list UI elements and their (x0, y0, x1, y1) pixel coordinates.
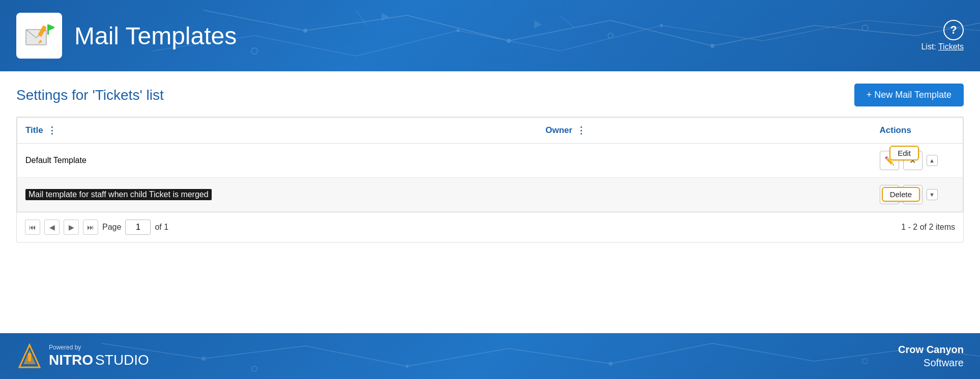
svg-marker-16 (49, 24, 54, 31)
main-content: Settings for 'Tickets' list + New Mail T… (0, 71, 980, 333)
page-of-label: of 1 (155, 223, 168, 232)
edit-tooltip: Edit (889, 146, 919, 160)
svg-rect-15 (47, 24, 49, 35)
next-page-button[interactable]: ▶ (64, 220, 79, 235)
new-template-button[interactable]: + New Mail Template (854, 84, 964, 106)
svg-point-17 (201, 357, 206, 361)
sort-arrows-row2: ▼ (927, 189, 938, 200)
svg-rect-24 (28, 353, 31, 361)
data-table-container: Title ⋮ Owner ⋮ Actions (16, 117, 964, 242)
table-header-row: Title ⋮ Owner ⋮ Actions (17, 118, 963, 144)
svg-point-20 (862, 359, 868, 364)
footer-nitro-label: Powered by NITRO STUDIO (49, 344, 149, 368)
page-toolbar: Settings for 'Tickets' list + New Mail T… (16, 84, 964, 106)
owner-col-menu-icon[interactable]: ⋮ (577, 125, 586, 136)
page-number-input[interactable] (125, 220, 151, 235)
prev-page-button[interactable]: ◀ (44, 220, 60, 235)
page-header: Mail Templates ? List: Tickets (0, 0, 980, 71)
page-title: Mail Templates (74, 22, 237, 50)
settings-title: Settings for 'Tickets' list (16, 87, 164, 103)
row1-title: Default Template (17, 144, 537, 178)
delete-tooltip: Delete (882, 187, 920, 202)
svg-point-10 (608, 33, 613, 38)
list-link[interactable]: Tickets (938, 42, 964, 51)
row1-actions: Edit ✏️ ✕ ▲ (872, 144, 963, 178)
sort-up-row1[interactable]: ▲ (927, 155, 938, 166)
row2-actions: Delete ✏️ ✕ ▼ (872, 178, 963, 212)
header-logo-box (16, 13, 62, 59)
svg-point-11 (862, 25, 868, 31)
mail-template-icon (24, 20, 54, 51)
row1-owner (537, 144, 872, 178)
page-footer: Powered by NITRO STUDIO Crow Canyon Soft… (0, 333, 980, 379)
sort-down-row2[interactable]: ▼ (927, 189, 938, 200)
svg-marker-8 (382, 13, 389, 21)
pagination-bar: ⏮ ◀ ▶ ⏭ Page of 1 1 - 2 of 2 items (17, 212, 963, 242)
row2-title: Mail template for staff when child Ticke… (17, 178, 537, 212)
row2-owner (537, 178, 872, 212)
crow-canyon-brand: Crow Canyon Software (898, 343, 964, 369)
svg-point-3 (456, 29, 459, 32)
col-header-title: Title ⋮ (17, 118, 537, 144)
svg-point-19 (609, 362, 613, 366)
header-right: ? List: Tickets (921, 20, 964, 51)
svg-point-9 (251, 48, 257, 54)
sort-arrows-row1: ▲ (927, 155, 938, 166)
col-header-owner: Owner ⋮ (537, 118, 872, 144)
svg-point-21 (252, 366, 257, 371)
mail-templates-table: Title ⋮ Owner ⋮ Actions (17, 117, 963, 212)
table-row: Mail template for staff when child Ticke… (17, 178, 963, 212)
svg-line-6 (560, 15, 575, 28)
footer-brand: Powered by NITRO STUDIO (16, 343, 149, 369)
svg-point-18 (406, 365, 409, 368)
svg-point-2 (710, 44, 714, 48)
help-icon[interactable]: ? (943, 20, 964, 40)
svg-line-5 (356, 10, 366, 25)
table-row: Default Template Edit ✏️ ✕ ▲ (17, 144, 963, 178)
list-breadcrumb: List: Tickets (921, 42, 964, 51)
items-count: 1 - 2 of 2 items (901, 223, 955, 232)
nitro-logo-icon (16, 343, 43, 369)
svg-point-0 (303, 29, 307, 33)
last-page-button[interactable]: ⏭ (83, 220, 98, 235)
svg-marker-7 (534, 20, 542, 29)
col-header-actions: Actions (872, 118, 963, 144)
first-page-button[interactable]: ⏮ (25, 220, 40, 235)
title-col-menu-icon[interactable]: ⋮ (47, 125, 56, 136)
page-label: Page (102, 223, 121, 232)
svg-point-1 (507, 39, 511, 43)
svg-point-4 (660, 24, 663, 27)
